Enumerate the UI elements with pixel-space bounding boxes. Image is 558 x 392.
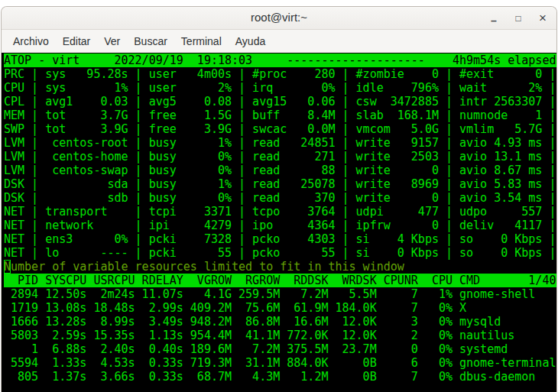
menu-item-ver[interactable]: Ver <box>97 31 127 51</box>
menu-bar: ArchivoEditarVerBuscarTerminalAyuda <box>2 30 556 53</box>
terminal-line: 1 6.88s 2.40s 0.40s 189.6M 7.2M 375.5M 2… <box>4 342 556 356</box>
terminal-line: Number of variable resources limited to … <box>4 260 556 274</box>
terminal-line: 2894 12.50s 2m24s 11.07s 4.1G 259.5M 7.2… <box>4 287 556 301</box>
terminal-line: LVM | centos-root | busy 1% | read 24851… <box>4 136 556 150</box>
terminal-line: DSK | sda | busy 1% | read 25078 | write… <box>4 177 556 191</box>
terminal-line: LVM | centos-home | busy 0% | read 271 |… <box>4 150 556 164</box>
terminal-line: CPU | sys 1% | user 2% | irq 0% | idle 7… <box>4 81 556 95</box>
terminal-line: NET | lo ---- | pcki 55 | pcko 55 | si 0… <box>4 246 556 260</box>
minimize-button[interactable]: – <box>488 12 500 24</box>
terminal-line: PRC | sys 95.28s | user 4m00s | #proc 28… <box>4 67 556 81</box>
terminal-line: 5803 2.59s 15.35s 1.13s 954.4M 41.1M 772… <box>4 329 556 342</box>
terminal-line: SWP | tot 3.9G | free 3.9G | swcac 0.0M … <box>4 122 556 136</box>
terminal-line: NET | transport | tcpi 3371 | tcpo 3764 … <box>4 205 556 219</box>
terminal-line: LVM | centos-swap | busy 0% | read 88 | … <box>4 164 556 177</box>
terminal-line: NET | network | ipi 4279 | ipo 4364 | ip… <box>4 219 556 232</box>
menu-item-buscar[interactable]: Buscar <box>127 31 174 51</box>
terminal-line: 1719 13.08s 18.48s 2.99s 409.2M 75.6M 61… <box>4 301 556 315</box>
terminal-screen[interactable]: ATOP - virt 2022/09/19 19:18:03 --------… <box>2 53 556 392</box>
terminal-window: root@virt:~ – □ × ArchivoEditarVerBuscar… <box>1 6 557 392</box>
terminal-line: 805 1.37s 3.66s 0.33s 68.7M 4.3M 1.2M 0B… <box>4 370 556 384</box>
window-title: root@virt:~ <box>2 11 556 24</box>
menu-item-editar[interactable]: Editar <box>56 31 98 51</box>
menu-item-archivo[interactable]: Archivo <box>6 31 56 51</box>
terminal-line: NET | ens3 0% | pcki 7328 | pcko 4303 | … <box>4 232 556 246</box>
terminal-line: 5594 1.33s 4.53s 0.33s 719.3M 31.1M 884.… <box>4 356 556 370</box>
terminal-header-line: ATOP - virt 2022/09/19 19:18:03 --------… <box>4 53 556 67</box>
text-cursor: N <box>4 260 11 274</box>
maximize-button[interactable]: □ <box>512 12 524 24</box>
title-bar[interactable]: root@virt:~ – □ × <box>2 7 556 30</box>
menu-item-terminal[interactable]: Terminal <box>174 31 229 51</box>
menu-item-ayuda[interactable]: Ayuda <box>229 31 272 51</box>
terminal-line: DSK | sdb | busy 0% | read 370 | write 0… <box>4 191 556 205</box>
close-button[interactable]: × <box>537 12 549 24</box>
window-controls: – □ × <box>488 7 549 30</box>
terminal-line: 1666 13.28s 8.99s 3.49s 948.2M 86.8M 16.… <box>4 315 556 329</box>
terminal-line: CPL | avg1 0.03 | avg5 0.08 | avg15 0.06… <box>4 95 556 109</box>
terminal-header-line: PID SYSCPU USRCPU RDELAY VGROW RGROW RDD… <box>4 274 556 287</box>
terminal-line: MEM | tot 3.7G | free 1.5G | buff 8.4M |… <box>4 109 556 122</box>
